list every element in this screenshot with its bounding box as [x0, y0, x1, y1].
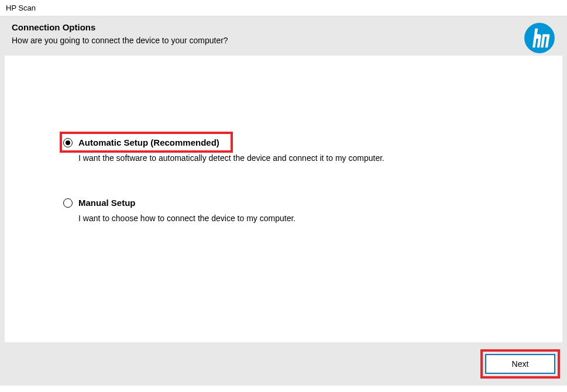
window-title: HP Scan [0, 0, 567, 16]
header-bar: Connection Options How are you going to … [0, 16, 567, 56]
option-automatic-description: I want the software to automatically det… [78, 153, 551, 163]
option-manual-description: I want to choose how to connect the devi… [78, 214, 551, 223]
page-subtitle: How are you going to connect the device … [12, 36, 555, 45]
options-panel: Automatic Setup (Recommended) I want the… [5, 56, 562, 342]
option-automatic-setup[interactable]: Automatic Setup (Recommended) I want the… [63, 137, 551, 163]
page-title: Connection Options [12, 22, 555, 32]
hp-logo-icon [524, 22, 555, 54]
radio-manual[interactable] [63, 198, 73, 208]
option-manual-setup[interactable]: Manual Setup I want to choose how to con… [63, 198, 551, 223]
content-area: Automatic Setup (Recommended) I want the… [0, 56, 567, 347]
footer-bar: Next [0, 347, 567, 386]
option-automatic-label: Automatic Setup (Recommended) [78, 137, 219, 147]
option-manual-label: Manual Setup [78, 198, 136, 208]
next-button[interactable]: Next [485, 354, 555, 374]
radio-automatic[interactable] [63, 138, 73, 147]
